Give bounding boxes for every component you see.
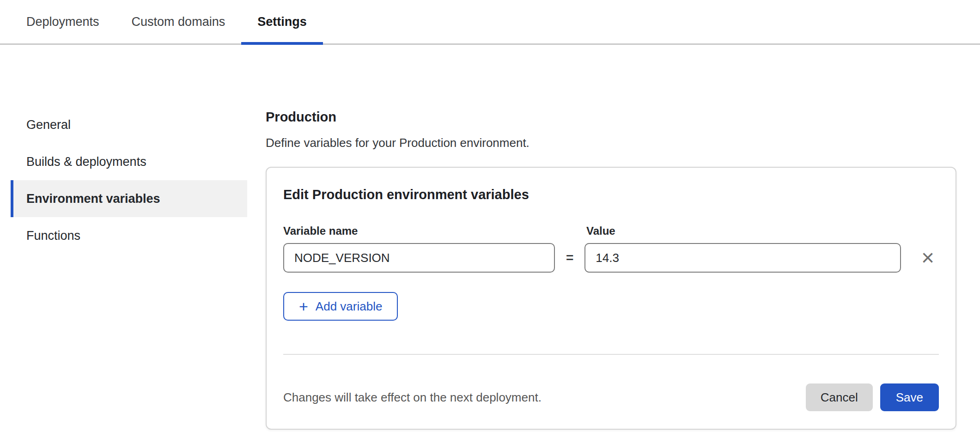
tab-deployments[interactable]: Deployments (10, 0, 116, 43)
page-body: General Builds & deployments Environment… (0, 45, 980, 430)
field-labels-row: Variable name Value (283, 225, 939, 237)
variable-name-input[interactable] (283, 243, 555, 273)
tab-bar: Deployments Custom domains Settings (0, 0, 980, 45)
footer-note: Changes will take effect on the next dep… (283, 390, 542, 405)
variable-row: = × (283, 243, 939, 273)
environment-variables-card: Edit Production environment variables Va… (266, 167, 956, 430)
main-content: Production Define variables for your Pro… (266, 110, 980, 430)
sidebar-item-environment-variables[interactable]: Environment variables (11, 180, 247, 217)
sidebar-item-general[interactable]: General (11, 106, 247, 143)
page-subtitle: Define variables for your Production env… (266, 136, 956, 150)
add-variable-label: Add variable (316, 299, 383, 314)
plus-icon: + (299, 298, 308, 314)
settings-sidebar: General Builds & deployments Environment… (0, 106, 252, 254)
variable-value-input[interactable] (584, 243, 901, 273)
equals-sign: = (566, 250, 573, 265)
card-title: Edit Production environment variables (283, 187, 939, 202)
cancel-button[interactable]: Cancel (806, 383, 873, 411)
sidebar-item-functions[interactable]: Functions (11, 217, 247, 254)
tab-settings[interactable]: Settings (241, 0, 323, 43)
sidebar-item-builds-deployments[interactable]: Builds & deployments (11, 143, 247, 180)
card-divider (283, 354, 939, 355)
save-button[interactable]: Save (880, 383, 939, 411)
close-icon: × (921, 245, 934, 270)
variable-name-label: Variable name (283, 225, 586, 237)
footer-actions: Cancel Save (806, 383, 939, 411)
card-footer: Changes will take effect on the next dep… (283, 383, 939, 414)
add-variable-button[interactable]: + Add variable (283, 292, 398, 321)
tab-custom-domains[interactable]: Custom domains (116, 0, 242, 43)
remove-variable-button[interactable]: × (917, 247, 939, 269)
value-label: Value (586, 225, 615, 237)
page-title: Production (266, 110, 956, 125)
